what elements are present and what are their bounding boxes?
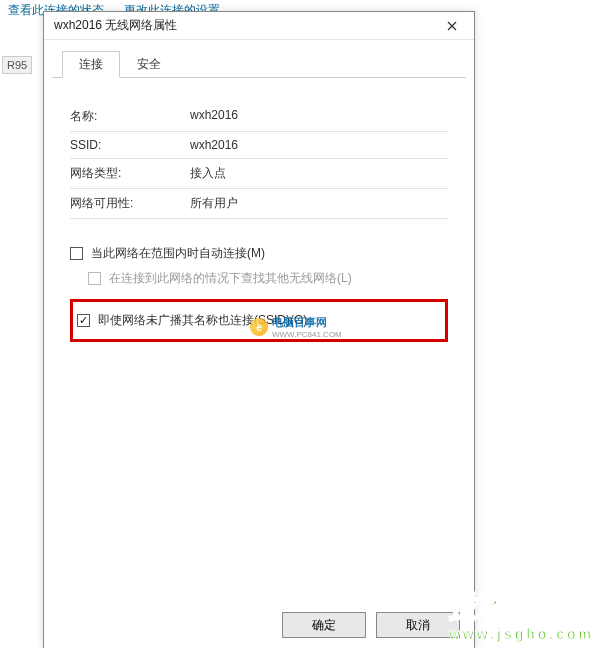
pcbay-en: WWW.PC841.COM — [272, 330, 342, 339]
tab-bar: 连接 安全 — [52, 40, 466, 78]
pcbay-logo-icon: e — [250, 318, 268, 336]
tab-security[interactable]: 安全 — [120, 51, 178, 78]
close-icon — [447, 21, 457, 31]
auto-connect-checkbox[interactable] — [70, 247, 83, 260]
property-name-row: 名称: wxh2016 — [70, 102, 448, 132]
property-ssid-row: SSID: wxh2016 — [70, 132, 448, 159]
watermark-pcbay: e 电脑百事网 WWW.PC841.COM — [250, 315, 342, 339]
connect-hidden-checkbox[interactable] — [77, 314, 90, 327]
find-other-checkbox — [88, 272, 101, 285]
property-type-label: 网络类型: — [70, 165, 190, 182]
property-type-row: 网络类型: 接入点 — [70, 159, 448, 189]
auto-connect-row: 当此网络在范围内时自动连接(M) — [70, 241, 448, 266]
pcbay-cn: 电脑百事网 — [272, 315, 342, 330]
find-other-label: 在连接到此网络的情况下查找其他无线网络(L) — [109, 270, 352, 287]
property-availability-row: 网络可用性: 所有用户 — [70, 189, 448, 219]
find-other-row: 在连接到此网络的情况下查找其他无线网络(L) — [88, 266, 448, 291]
property-ssid-label: SSID: — [70, 138, 190, 152]
ok-button[interactable]: 确定 — [282, 612, 366, 638]
property-type-value: 接入点 — [190, 165, 448, 182]
watermark-jsgho: 技术员联盟 www.jsgho.com — [449, 588, 594, 642]
property-name-value: wxh2016 — [190, 108, 448, 125]
jsgho-en: www.jsgho.com — [449, 626, 594, 642]
titlebar: wxh2016 无线网络属性 — [44, 12, 474, 40]
jsgho-cn: 技术员联盟 — [449, 588, 594, 626]
property-name-label: 名称: — [70, 108, 190, 125]
dialog-title: wxh2016 无线网络属性 — [54, 17, 440, 34]
auto-connect-label: 当此网络在范围内时自动连接(M) — [91, 245, 265, 262]
property-availability-value: 所有用户 — [190, 195, 448, 212]
cancel-button[interactable]: 取消 — [376, 612, 460, 638]
tab-connect[interactable]: 连接 — [62, 51, 120, 78]
property-ssid-value: wxh2016 — [190, 138, 448, 152]
dialog-buttons: 确定 取消 — [282, 612, 460, 638]
close-button[interactable] — [440, 16, 464, 36]
bg-label: R95 — [2, 56, 32, 74]
property-availability-label: 网络可用性: — [70, 195, 190, 212]
